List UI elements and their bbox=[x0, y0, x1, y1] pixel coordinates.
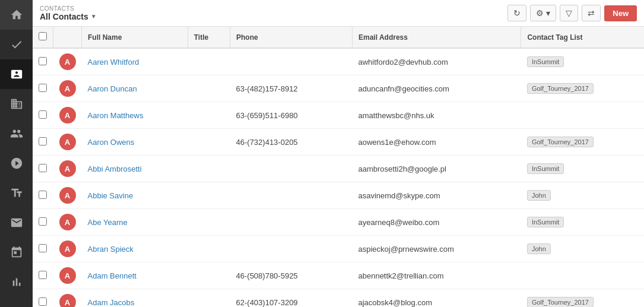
row-checkbox[interactable] bbox=[39, 297, 47, 306]
new-contact-button[interactable]: New bbox=[604, 5, 637, 21]
row-tag-cell bbox=[521, 102, 644, 129]
row-tag-cell: John bbox=[521, 182, 644, 209]
header-avatar-col bbox=[53, 27, 82, 48]
contacts-dropdown[interactable]: All Contacts ▼ bbox=[40, 12, 97, 21]
row-checkbox[interactable] bbox=[39, 57, 47, 65]
row-name-cell: Aaren Whitford bbox=[82, 48, 188, 75]
row-checkbox-cell bbox=[33, 156, 53, 182]
contact-tag[interactable]: InSummit bbox=[527, 217, 564, 227]
row-phone-cell: 46-(732)413-0205 bbox=[230, 129, 353, 156]
row-avatar-cell: A bbox=[53, 75, 82, 102]
row-checkbox[interactable] bbox=[39, 191, 47, 199]
table-row: A Aaron Matthews 63-(659)511-6980 amatth… bbox=[33, 102, 644, 129]
contact-name-link[interactable]: Abran Spieck bbox=[88, 245, 134, 254]
select-all-checkbox[interactable] bbox=[39, 32, 47, 40]
row-checkbox[interactable] bbox=[39, 244, 47, 252]
contact-name-link[interactable]: Aaron Owens bbox=[88, 138, 135, 147]
chevron-down-icon: ▼ bbox=[91, 13, 97, 20]
sidebar-item-calendar[interactable] bbox=[0, 238, 33, 267]
dropdown-label: All Contacts bbox=[40, 12, 88, 21]
row-checkbox[interactable] bbox=[39, 137, 47, 145]
row-name-cell: Adam Jacobs bbox=[82, 289, 188, 308]
table-body: A Aaren Whitford awhitfordo2@devhub.com … bbox=[33, 48, 644, 307]
row-checkbox-cell bbox=[33, 75, 53, 102]
row-avatar-cell: A bbox=[53, 102, 82, 129]
refresh-button[interactable]: ↻ bbox=[507, 5, 526, 21]
row-title-cell bbox=[188, 289, 230, 308]
contact-name-link[interactable]: Abbie Savine bbox=[88, 191, 134, 200]
contact-name-link[interactable]: Abbi Ambrosetti bbox=[88, 164, 142, 173]
table-row: A Adam Jacobs 62-(403)107-3209 ajacobsk4… bbox=[33, 289, 644, 308]
table-header-row: Full Name Title Phone Email Address Cont… bbox=[33, 27, 644, 48]
header-phone: Phone bbox=[230, 27, 353, 48]
row-checkbox[interactable] bbox=[39, 164, 47, 172]
main-content: CONTACTS All Contacts ▼ ↻ ⚙ ▾ ▽ ⇄ New bbox=[33, 0, 644, 307]
sidebar-item-buildings[interactable] bbox=[0, 89, 33, 119]
row-email-cell: ajacobsk4@blog.com bbox=[352, 289, 521, 308]
row-email-cell: aowens1e@ehow.com bbox=[352, 129, 521, 156]
row-phone-cell bbox=[230, 236, 353, 262]
table-row: A Aaron Owens 46-(732)413-0205 aowens1e@… bbox=[33, 129, 644, 156]
contact-name-link[interactable]: Adam Bennett bbox=[88, 271, 137, 280]
contact-tag[interactable]: John bbox=[527, 243, 551, 254]
avatar: A bbox=[59, 134, 76, 150]
columns-button[interactable]: ⇄ bbox=[582, 5, 601, 21]
table-row: A Adam Bennett 46-(508)780-5925 abennett… bbox=[33, 262, 644, 289]
header-tag-list: Contact Tag List bbox=[521, 27, 644, 48]
contact-tag[interactable]: Golf_Tourney_2017 bbox=[527, 83, 594, 94]
sidebar-item-users[interactable] bbox=[0, 119, 33, 148]
contact-name-link[interactable]: Adam Jacobs bbox=[88, 298, 135, 307]
sidebar-item-tasks[interactable] bbox=[0, 30, 33, 59]
contact-tag[interactable]: John bbox=[527, 190, 551, 201]
sidebar-item-text[interactable] bbox=[0, 178, 33, 208]
contact-tag[interactable]: InSummit bbox=[527, 163, 564, 174]
topbar-actions: ↻ ⚙ ▾ ▽ ⇄ New bbox=[507, 5, 637, 21]
row-tag-cell: Golf_Tourney_2017 bbox=[521, 289, 644, 308]
contact-tag[interactable]: Golf_Tourney_2017 bbox=[527, 297, 594, 307]
sidebar-item-mail[interactable] bbox=[0, 208, 33, 238]
sidebar-item-contacts[interactable] bbox=[0, 59, 33, 89]
row-email-cell: aduncanfn@geocities.com bbox=[352, 75, 521, 102]
avatar: A bbox=[59, 187, 76, 204]
section-label: CONTACTS bbox=[40, 5, 97, 12]
row-tag-cell: John bbox=[521, 236, 644, 262]
row-avatar-cell: A bbox=[53, 262, 82, 289]
contacts-table: Full Name Title Phone Email Address Cont… bbox=[33, 27, 644, 307]
filter-button[interactable]: ▽ bbox=[560, 5, 578, 21]
row-tag-cell: Golf_Tourney_2017 bbox=[521, 75, 644, 102]
row-title-cell bbox=[188, 129, 230, 156]
row-title-cell bbox=[188, 182, 230, 209]
contact-name-link[interactable]: Abe Yearne bbox=[88, 218, 128, 227]
sidebar-item-target[interactable] bbox=[0, 148, 33, 178]
contact-tag[interactable]: Golf_Tourney_2017 bbox=[527, 137, 594, 147]
avatar: A bbox=[59, 294, 76, 307]
sidebar-item-chart[interactable] bbox=[0, 267, 33, 297]
row-email-cell: aspieckoj@prnewswire.com bbox=[352, 236, 521, 262]
table-row: A Aaron Duncan 63-(482)157-8912 aduncanf… bbox=[33, 75, 644, 102]
row-phone-cell: 46-(508)780-5925 bbox=[230, 262, 353, 289]
contact-name-link[interactable]: Aaren Whitford bbox=[88, 58, 139, 67]
sidebar-item-home[interactable] bbox=[0, 0, 33, 30]
avatar: A bbox=[59, 240, 76, 257]
row-title-cell bbox=[188, 236, 230, 262]
row-name-cell: Aaron Matthews bbox=[82, 102, 188, 129]
contact-name-link[interactable]: Aaron Matthews bbox=[88, 111, 144, 120]
row-checkbox-cell bbox=[33, 236, 53, 262]
row-phone-cell bbox=[230, 48, 353, 75]
row-checkbox-cell bbox=[33, 209, 53, 236]
settings-button[interactable]: ⚙ ▾ bbox=[530, 5, 556, 21]
row-checkbox[interactable] bbox=[39, 271, 47, 279]
avatar: A bbox=[59, 53, 76, 70]
contact-tag[interactable]: InSummit bbox=[527, 56, 564, 67]
row-name-cell: Abran Spieck bbox=[82, 236, 188, 262]
row-checkbox[interactable] bbox=[39, 217, 47, 226]
row-checkbox[interactable] bbox=[39, 110, 47, 119]
avatar: A bbox=[59, 107, 76, 124]
row-title-cell bbox=[188, 262, 230, 289]
avatar: A bbox=[59, 80, 76, 97]
header-checkbox-col bbox=[33, 27, 53, 48]
row-checkbox-cell bbox=[33, 102, 53, 129]
row-checkbox[interactable] bbox=[39, 84, 47, 92]
row-phone-cell bbox=[230, 182, 353, 209]
contact-name-link[interactable]: Aaron Duncan bbox=[88, 84, 137, 93]
